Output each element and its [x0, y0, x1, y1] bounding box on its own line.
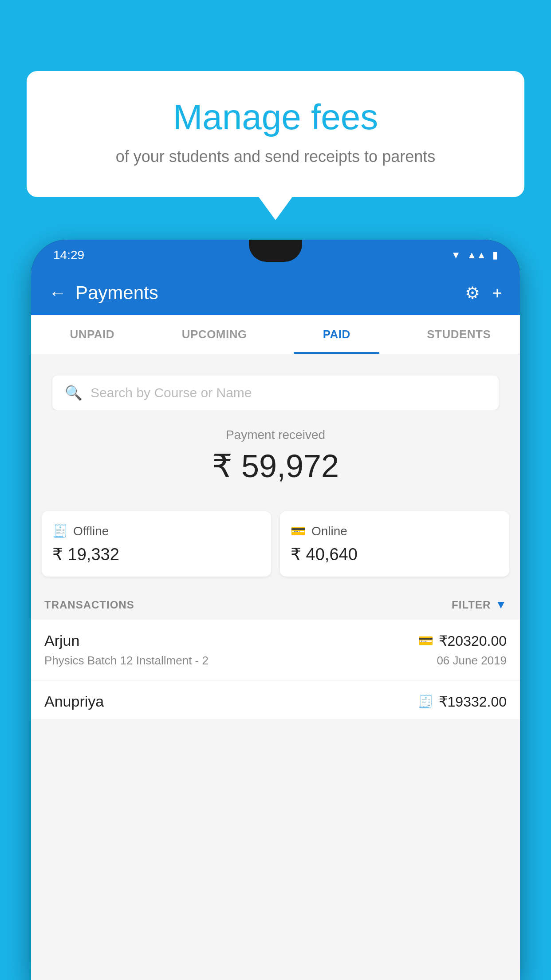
status-bar: 14:29 ▼ ▲▲ ▮	[31, 240, 520, 271]
transactions-header: TRANSACTIONS FILTER ▼	[31, 590, 520, 620]
transaction-name-2: Anupriya	[44, 693, 104, 710]
tab-paid[interactable]: PAID	[276, 315, 398, 354]
payment-label: Payment received	[40, 428, 511, 442]
transactions-label: TRANSACTIONS	[44, 599, 134, 611]
online-card: 💳 Online ₹ 40,640	[280, 511, 509, 577]
transaction-row-partial[interactable]: Anupriya 🧾 ₹19332.00	[31, 680, 520, 719]
offline-label: Offline	[73, 524, 109, 538]
online-label: Online	[311, 524, 347, 538]
speech-bubble-title: Manage fees	[62, 98, 489, 137]
search-bar[interactable]: 🔍 Search by Course or Name	[52, 375, 499, 410]
transaction-row[interactable]: Arjun 💳 ₹20320.00 Physics Batch 12 Insta…	[31, 620, 520, 680]
speech-bubble-container: Manage fees of your students and send re…	[27, 71, 524, 197]
payment-cards: 🧾 Offline ₹ 19,332 💳 Online ₹ 40,640	[31, 511, 520, 590]
offline-icon: 🧾	[52, 524, 68, 538]
back-button[interactable]: ←	[49, 283, 67, 303]
phone-notch	[249, 240, 302, 262]
wifi-icon: ▼	[451, 249, 461, 261]
transaction-date: 06 June 2019	[437, 654, 507, 668]
transaction-amount: ₹20320.00	[439, 632, 507, 649]
settings-icon[interactable]: ⚙	[465, 283, 480, 303]
search-input[interactable]: Search by Course or Name	[91, 385, 252, 400]
transaction-amount-2: ₹19332.00	[439, 693, 507, 710]
transaction-bottom: Physics Batch 12 Installment - 2 06 June…	[44, 654, 507, 668]
transaction-type-icon: 💳	[418, 633, 433, 648]
header-right: ⚙ +	[465, 283, 502, 303]
battery-icon: ▮	[492, 249, 498, 261]
header-left: ← Payments	[49, 282, 158, 304]
transaction-name: Arjun	[44, 632, 79, 649]
transaction-type-icon-2: 🧾	[418, 694, 433, 709]
tabs-container: UNPAID UPCOMING PAID STUDENTS	[31, 315, 520, 354]
status-icons: ▼ ▲▲ ▮	[451, 249, 498, 261]
transaction-top: Arjun 💳 ₹20320.00	[44, 632, 507, 649]
speech-bubble: Manage fees of your students and send re…	[27, 71, 524, 197]
offline-card-header: 🧾 Offline	[52, 524, 260, 538]
filter-area[interactable]: FILTER ▼	[452, 598, 507, 612]
phone-screen: ← Payments ⚙ + UNPAID UPCOMING PAID STUD…	[31, 271, 520, 980]
transaction-top-2: Anupriya 🧾 ₹19332.00	[44, 693, 507, 710]
speech-bubble-subtitle: of your students and send receipts to pa…	[62, 147, 489, 166]
header-title: Payments	[75, 282, 158, 304]
transaction-amount-wrap-2: 🧾 ₹19332.00	[418, 693, 507, 710]
tab-upcoming[interactable]: UPCOMING	[153, 315, 276, 354]
payment-amount: ₹ 59,972	[40, 447, 511, 485]
signal-icon: ▲▲	[467, 249, 486, 261]
online-amount: ₹ 40,640	[291, 545, 499, 564]
tab-students[interactable]: STUDENTS	[398, 315, 520, 354]
add-icon[interactable]: +	[492, 284, 502, 303]
tab-unpaid[interactable]: UNPAID	[31, 315, 153, 354]
search-icon: 🔍	[65, 384, 83, 401]
app-header: ← Payments ⚙ +	[31, 271, 520, 315]
online-icon: 💳	[291, 524, 306, 538]
phone-frame: 14:29 ▼ ▲▲ ▮ ← Payments ⚙ + UNPAID	[31, 240, 520, 980]
status-time: 14:29	[53, 248, 84, 262]
payment-summary: Payment received ₹ 59,972	[31, 410, 520, 511]
offline-card: 🧾 Offline ₹ 19,332	[42, 511, 271, 577]
filter-label: FILTER	[452, 599, 491, 611]
filter-icon: ▼	[495, 598, 507, 612]
transaction-amount-wrap: 💳 ₹20320.00	[418, 632, 507, 649]
offline-amount: ₹ 19,332	[52, 545, 260, 564]
transaction-course: Physics Batch 12 Installment - 2	[44, 654, 209, 668]
online-card-header: 💳 Online	[291, 524, 499, 538]
